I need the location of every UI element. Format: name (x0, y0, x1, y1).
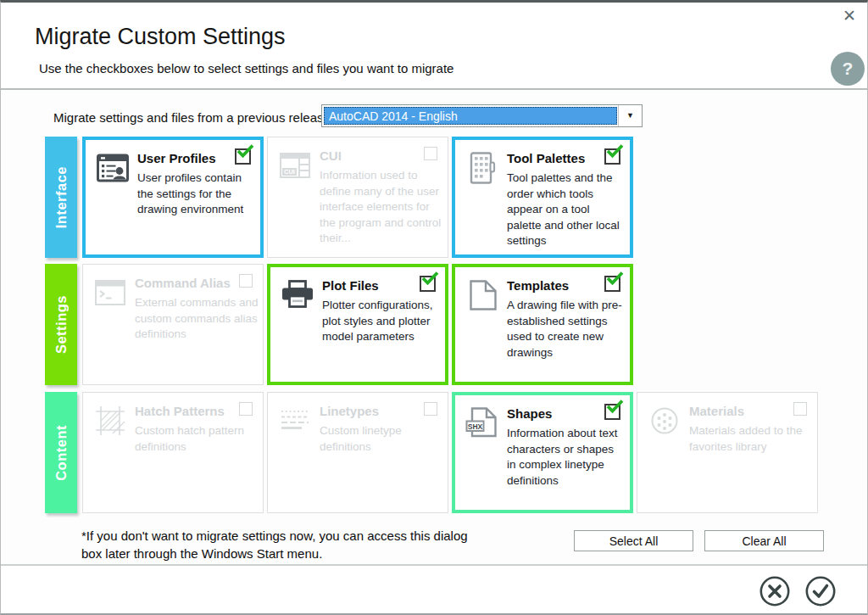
clear-all-button[interactable]: Clear All (704, 530, 824, 551)
templates-checkbox[interactable] (604, 276, 620, 292)
card-description: Tool palettes and the order which tools … (507, 171, 626, 249)
card-linetypes: LinetypesCustom linetype definitions (267, 392, 448, 513)
card-title: Materials (689, 404, 744, 418)
group-tab-settings: Settings (45, 264, 77, 385)
help-button[interactable]: ? (831, 52, 865, 86)
release-dropdown-label: Migrate settings and files from a previo… (53, 110, 334, 125)
cancel-button[interactable] (759, 575, 791, 607)
command-alias-icon (92, 274, 129, 311)
hatch-patterns-checkbox[interactable] (239, 402, 253, 416)
tool-palettes-checkbox[interactable] (604, 148, 620, 165)
materials-checkbox[interactable] (793, 402, 807, 416)
dialog-header: Migrate Custom Settings Use the checkbox… (1, 3, 867, 90)
card-materials: MaterialsMaterials added to the favorite… (637, 392, 818, 513)
card-shapes[interactable]: SHXShapesInformation about text characte… (452, 392, 633, 513)
card-command-alias: Command AliasExternal commands and custo… (82, 264, 264, 385)
cui-checkbox[interactable] (424, 147, 437, 160)
group-row-settings: SettingsCommand AliasExternal commands a… (45, 264, 825, 385)
user-profiles-checkbox[interactable] (235, 148, 251, 165)
card-description: External commands and custom commands al… (135, 295, 259, 343)
command-alias-checkbox[interactable] (239, 274, 253, 288)
plot-files-icon (279, 277, 316, 314)
dialog-subtitle: Use the checkboxes below to select setti… (39, 61, 453, 75)
card-description: A drawing file with pre-established sett… (507, 298, 626, 361)
svg-text:CUI: CUI (284, 168, 295, 176)
group-tab-content: Content (45, 392, 77, 513)
card-plot-files[interactable]: Plot FilesPlotter configurations, plot s… (267, 264, 448, 385)
group-row-content: ContentHatch PatternsCustom hatch patter… (45, 392, 825, 513)
card-cui: CUICUIInformation used to define many of… (267, 137, 448, 258)
footnote: *If you don't want to migrate settings n… (81, 527, 487, 562)
linetypes-checkbox[interactable] (424, 402, 437, 416)
page-title: Migrate Custom Settings (35, 24, 286, 50)
group-tab-interface: Interface (45, 137, 77, 258)
card-title: Hatch Patterns (135, 404, 225, 418)
migrate-custom-settings-dialog: Migrate Custom Settings Use the checkbox… (0, 0, 868, 615)
svg-text:SHX: SHX (468, 422, 483, 431)
card-title: Linetypes (320, 404, 379, 418)
release-dropdown[interactable]: AutoCAD 2014 - English ▼ (321, 104, 643, 127)
plot-files-checkbox[interactable] (420, 276, 436, 292)
group-tab-label: Settings (53, 295, 70, 354)
user-profiles-icon (94, 149, 131, 187)
group-tab-label: Interface (53, 166, 70, 228)
shapes-checkbox[interactable] (604, 404, 620, 420)
card-hatch-patterns: Hatch PatternsCustom hatch pattern defin… (82, 392, 264, 513)
card-description: Materials added to the favorites library (689, 423, 813, 455)
dropdown-arrow-button[interactable]: ▼ (618, 105, 642, 126)
footer-bar (1, 564, 867, 613)
card-title: Shapes (507, 406, 552, 421)
x-circle-icon (759, 575, 791, 607)
card-tool-palettes[interactable]: Tool PalettesTool palettes and the order… (452, 137, 633, 258)
chevron-down-icon: ▼ (626, 111, 634, 120)
card-description: Information used to define many of the u… (320, 168, 443, 247)
group-tab-label: Content (53, 425, 70, 481)
card-description: Information about text characters or sha… (507, 426, 626, 489)
card-title: Plot Files (322, 278, 379, 293)
card-title: Command Alias (135, 276, 231, 290)
check-circle-icon (804, 575, 837, 607)
question-icon: ? (843, 59, 854, 78)
materials-icon (646, 402, 683, 439)
linetypes-icon (276, 402, 314, 439)
card-user-profiles[interactable]: User ProfilesUser profiles contain the s… (82, 137, 264, 258)
tool-palettes-icon (464, 149, 501, 187)
card-templates[interactable]: TemplatesA drawing file with pre-establi… (452, 264, 633, 385)
card-title: Templates (507, 278, 569, 293)
card-title: CUI (320, 148, 342, 163)
close-icon[interactable]: ✕ (843, 7, 856, 25)
templates-icon (464, 277, 501, 314)
group-row-interface: InterfaceUser ProfilesUser profiles cont… (45, 137, 825, 258)
card-description: Plotter configurations, plot styles and … (322, 298, 441, 345)
card-description: Custom hatch pattern definitions (135, 423, 259, 455)
cui-icon: CUI (276, 147, 314, 184)
select-all-button[interactable]: Select All (574, 530, 693, 551)
card-description: User profiles contain the settings for t… (137, 171, 256, 218)
release-selected-value: AutoCAD 2014 - English (324, 107, 617, 125)
card-description: Custom linetype definitions (320, 423, 443, 455)
shapes-icon: SHX (464, 405, 501, 442)
ok-button[interactable] (804, 575, 837, 607)
card-title: User Profiles (137, 151, 216, 165)
card-title: Tool Palettes (507, 151, 585, 165)
hatch-patterns-icon (92, 402, 129, 439)
